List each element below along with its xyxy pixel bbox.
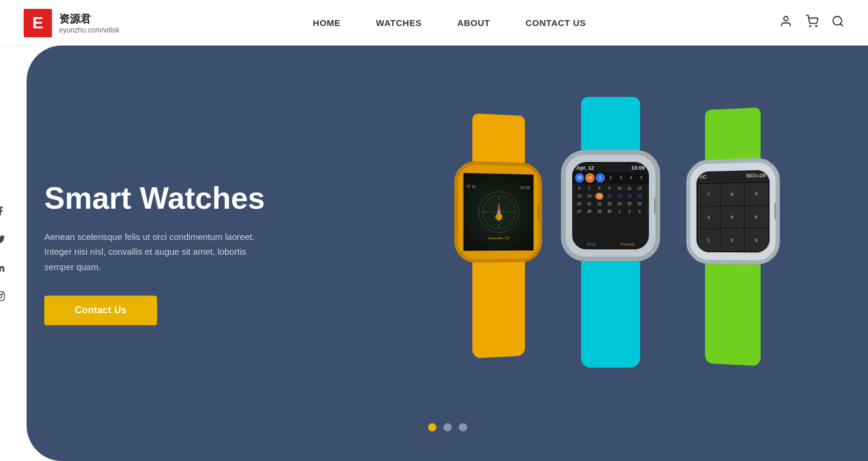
cal-cell: 16 bbox=[605, 193, 614, 200]
user-icon[interactable] bbox=[779, 15, 792, 31]
yellow-watch-screen: 0° N 10:09 bbox=[464, 173, 534, 251]
linkedin-icon[interactable] bbox=[0, 261, 7, 275]
green-watch-screen: AC 56/2=28 7 8 9 4 5 6 1 2 bbox=[696, 170, 769, 252]
svg-point-6 bbox=[815, 25, 817, 27]
nav-about[interactable]: ABOUT bbox=[457, 18, 490, 28]
cyan-watch: Apr, 12 10:09 30 31 1 2 3 4 bbox=[561, 97, 660, 368]
calc-btn-3: 3 bbox=[745, 229, 768, 251]
logo-subtitle: eyunzhu.com/vdisk bbox=[59, 26, 119, 34]
logo-title: 资源君 bbox=[59, 12, 119, 26]
watches-area: 0° N 10:09 bbox=[396, 46, 868, 461]
cyan-crown bbox=[654, 196, 660, 215]
yellow-band-bottom bbox=[472, 262, 525, 358]
svg-point-2 bbox=[0, 294, 2, 298]
calc-btn-2: 2 bbox=[720, 229, 743, 251]
carousel-dot-2[interactable] bbox=[443, 423, 452, 431]
logo-text: 资源君 eyunzhu.com/vdisk bbox=[59, 12, 119, 34]
nav-watches[interactable]: WATCHES bbox=[376, 18, 422, 28]
calc-top-row: AC 56/2=28 bbox=[696, 170, 769, 183]
green-watch: AC 56/2=28 7 8 9 4 5 6 1 2 bbox=[686, 106, 779, 366]
svg-line-8 bbox=[840, 24, 843, 26]
yellow-watch-body: 0° N 10:09 bbox=[454, 160, 542, 262]
cal-risk-label: Risk bbox=[587, 242, 596, 247]
facebook-icon[interactable] bbox=[0, 204, 7, 218]
carousel-dots bbox=[428, 423, 467, 431]
calc-btn-1: 1 bbox=[697, 229, 720, 251]
compass-circle bbox=[478, 190, 519, 232]
cal-cell: 23 bbox=[605, 200, 614, 207]
calc-btn-6: 6 bbox=[745, 205, 768, 228]
compass-heading: 0° N bbox=[467, 184, 475, 188]
cal-cell: 22 bbox=[595, 200, 603, 207]
search-icon[interactable] bbox=[831, 15, 844, 31]
calc-result: 56/2=28 bbox=[746, 172, 766, 178]
cal-cell: 20 bbox=[575, 200, 583, 207]
nav-contact[interactable]: CONTACT US bbox=[526, 18, 586, 28]
cal-cell: 29 bbox=[595, 208, 603, 215]
cal-cell: 2 bbox=[625, 208, 634, 215]
cyan-band-bottom bbox=[581, 261, 640, 368]
svg-point-7 bbox=[833, 17, 842, 25]
svg-point-4 bbox=[784, 17, 788, 21]
contact-us-button[interactable]: Contact Us bbox=[44, 296, 157, 325]
green-band-top bbox=[704, 107, 760, 160]
header-actions bbox=[779, 15, 844, 31]
green-watch-body: AC 56/2=28 7 8 9 4 5 6 1 2 bbox=[686, 157, 779, 264]
cart-icon[interactable] bbox=[805, 15, 818, 31]
cal-cell: 18 bbox=[625, 193, 634, 200]
cal-footer: Risk Period bbox=[572, 239, 649, 249]
carousel-dot-1[interactable] bbox=[428, 423, 436, 431]
hero-section: Smart Watches Aenean scelerisque felis u… bbox=[27, 46, 868, 461]
hero-description: Aenean scelerisque felis ut orci condime… bbox=[44, 229, 269, 275]
svg-point-19 bbox=[495, 213, 502, 220]
cal-cell: 12 bbox=[635, 185, 644, 192]
cyan-watch-body: Apr, 12 10:09 30 31 1 2 3 4 bbox=[561, 150, 660, 261]
cal-day-1: 1 bbox=[596, 173, 605, 183]
cal-date: Apr, 12 bbox=[576, 165, 594, 171]
cal-cell: 25 bbox=[625, 200, 634, 207]
cal-cell: 30 bbox=[605, 208, 614, 215]
yellow-watch: 0° N 10:09 bbox=[454, 112, 542, 359]
cal-day-30: 30 bbox=[575, 173, 584, 183]
calc-ac: AC bbox=[700, 174, 707, 180]
svg-point-3 bbox=[2, 293, 3, 294]
hero-content: Smart Watches Aenean scelerisque felis u… bbox=[44, 181, 269, 326]
hero-title: Smart Watches bbox=[44, 181, 269, 215]
cal-cell: 21 bbox=[585, 200, 593, 207]
main-nav: HOME WATCHES ABOUT CONTACT US bbox=[313, 18, 586, 28]
cyan-band-top bbox=[581, 97, 640, 150]
compass-time: 10:09 bbox=[520, 185, 530, 189]
compass-display: 0° N 10:09 bbox=[464, 173, 534, 251]
cal-time: 10:09 bbox=[631, 165, 645, 171]
cal-day-5: 5 bbox=[637, 173, 646, 183]
cal-cell: 1 bbox=[615, 208, 624, 215]
cyan-watch-screen: Apr, 12 10:09 30 31 1 2 3 4 bbox=[572, 162, 649, 249]
cal-period-label: Period bbox=[621, 242, 634, 247]
green-band-bottom bbox=[704, 264, 760, 366]
cal-day-2: 2 bbox=[606, 173, 615, 183]
nav-home[interactable]: HOME bbox=[313, 18, 341, 28]
yellow-band-top bbox=[472, 113, 525, 162]
instagram-icon[interactable] bbox=[0, 289, 7, 303]
cal-cell: 8 bbox=[595, 185, 603, 192]
twitter-icon[interactable] bbox=[0, 232, 7, 246]
svg-point-5 bbox=[810, 25, 811, 27]
cal-cell: 17 bbox=[615, 193, 624, 200]
cal-cell: 3 bbox=[635, 208, 644, 215]
cal-cell: 6 bbox=[575, 185, 583, 192]
cal-cell: 28 bbox=[585, 208, 593, 215]
calc-btn-8: 8 bbox=[720, 183, 743, 205]
compass-location: Roseville, CA bbox=[488, 236, 510, 239]
yellow-crown bbox=[537, 204, 542, 220]
cal-cell: 27 bbox=[575, 208, 583, 215]
green-crown bbox=[774, 202, 779, 220]
calculator-display: AC 56/2=28 7 8 9 4 5 6 1 2 bbox=[696, 170, 769, 252]
cal-cell: 13 bbox=[575, 193, 583, 200]
calc-btn-4: 4 bbox=[697, 206, 720, 228]
cal-day-4: 4 bbox=[626, 173, 635, 183]
calc-btn-9: 9 bbox=[745, 182, 768, 205]
calc-buttons: 7 8 9 4 5 6 1 2 3 bbox=[696, 181, 769, 252]
logo-area[interactable]: E 资源君 eyunzhu.com/vdisk bbox=[24, 9, 119, 37]
carousel-dot-3[interactable] bbox=[459, 423, 467, 431]
cal-day-3: 3 bbox=[616, 173, 625, 183]
